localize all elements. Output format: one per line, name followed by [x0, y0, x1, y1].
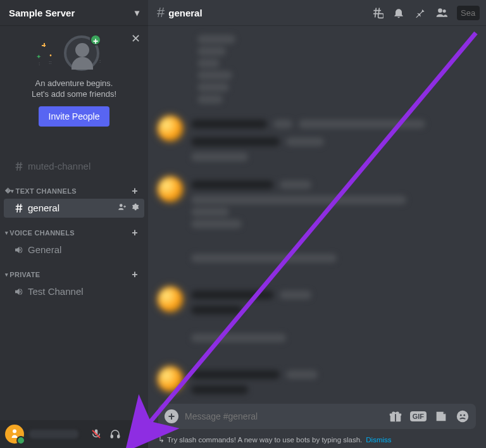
channel-label: muted-channel	[28, 161, 90, 171]
mute-icon[interactable]	[87, 425, 105, 443]
gift-icon[interactable]	[389, 409, 402, 423]
add-channel-button[interactable]: +	[132, 185, 143, 197]
chevron-down-icon: �▾	[5, 188, 15, 194]
svg-rect-2	[111, 435, 113, 439]
message-input-bar: + GIF	[158, 404, 476, 429]
hash-icon	[13, 202, 25, 214]
svg-rect-9	[395, 413, 396, 421]
pin-icon[interactable]	[414, 6, 427, 19]
slash-hint: ↳ Try slash commands! A new way to use b…	[148, 433, 486, 448]
invite-people-button[interactable]: Invite People	[39, 106, 110, 127]
attach-button[interactable]: +	[165, 409, 178, 423]
messages-blurred	[148, 25, 486, 404]
chevron-down-icon: ▾	[5, 271, 8, 278]
svg-point-6	[443, 9, 446, 13]
category-text[interactable]: �▾ TEXT CHANNELS +	[0, 179, 148, 198]
category-voice[interactable]: ▾ VOICE CHANNELS +	[0, 221, 148, 240]
search-input[interactable]	[457, 6, 480, 20]
svg-rect-3	[118, 435, 120, 439]
chat-area: # general	[148, 0, 486, 448]
svg-point-0	[120, 204, 123, 208]
plus-icon: +	[90, 34, 101, 46]
chevron-down-icon: ▾	[5, 230, 8, 236]
speaker-icon	[13, 286, 25, 297]
channel-label: Test Channel	[28, 286, 84, 297]
message-input-wrap: + GIF	[148, 404, 486, 433]
user-bar	[0, 420, 148, 448]
svg-point-5	[438, 8, 442, 13]
svg-point-12	[463, 414, 465, 416]
server-name: Sample Server	[9, 8, 75, 18]
close-icon[interactable]: ✕	[131, 32, 140, 46]
gear-icon[interactable]	[125, 425, 143, 443]
members-icon[interactable]	[435, 6, 448, 19]
svg-point-11	[460, 414, 462, 416]
category-label: TEXT CHANNELS	[16, 187, 77, 195]
threads-icon[interactable]	[371, 6, 383, 19]
hint-text: Try slash commands! A new way to use bot…	[167, 436, 362, 444]
hash-icon	[13, 161, 25, 172]
welcome-line1: An adventure begins.	[35, 78, 113, 88]
welcome-line2: Let's add some friends!	[32, 89, 116, 99]
sticker-icon[interactable]	[434, 409, 448, 423]
username-blurred	[29, 430, 78, 439]
gif-icon[interactable]: GIF	[410, 411, 427, 421]
channel-muted[interactable]: muted-channel	[4, 157, 144, 176]
welcome-avatar: ✦ • : :: : +	[36, 35, 112, 73]
channel-general[interactable]: general	[4, 199, 144, 218]
add-channel-button[interactable]: +	[132, 227, 143, 239]
avatar[interactable]	[5, 425, 24, 444]
invite-icon[interactable]	[118, 202, 127, 213]
channel-title: general	[168, 8, 202, 18]
welcome-card: ✕ ✦ • : :: : + An adventure begins. Let'…	[0, 25, 148, 137]
speaker-icon	[13, 244, 25, 256]
category-label: VOICE CHANNELS	[9, 229, 75, 237]
emoji-icon[interactable]	[456, 409, 470, 423]
channel-label: general	[28, 202, 59, 213]
chat-header: # general	[148, 0, 486, 25]
svg-rect-4	[378, 14, 383, 18]
sidebar: Sample Server ▾ ✕ ✦ • : :: : + An advent…	[0, 0, 148, 448]
hash-icon: #	[157, 4, 165, 21]
channel-label: General	[28, 244, 61, 255]
bell-icon[interactable]	[392, 6, 405, 19]
deafen-icon[interactable]	[106, 425, 124, 443]
svg-point-10	[457, 411, 468, 422]
chevron-down-icon: ▾	[135, 8, 139, 18]
message-input[interactable]	[185, 411, 382, 421]
voice-channel-general[interactable]: General	[4, 240, 144, 259]
voice-channel-test[interactable]: Test Channel	[4, 282, 144, 301]
dismiss-link[interactable]: Dismiss	[366, 436, 391, 444]
category-private[interactable]: ▾ PRIVATE +	[0, 263, 148, 282]
gear-icon[interactable]	[130, 202, 139, 213]
server-header[interactable]: Sample Server ▾	[0, 0, 148, 25]
return-arrow-icon: ↳	[158, 435, 165, 444]
add-channel-button[interactable]: +	[132, 269, 143, 280]
category-label: PRIVATE	[9, 271, 40, 278]
